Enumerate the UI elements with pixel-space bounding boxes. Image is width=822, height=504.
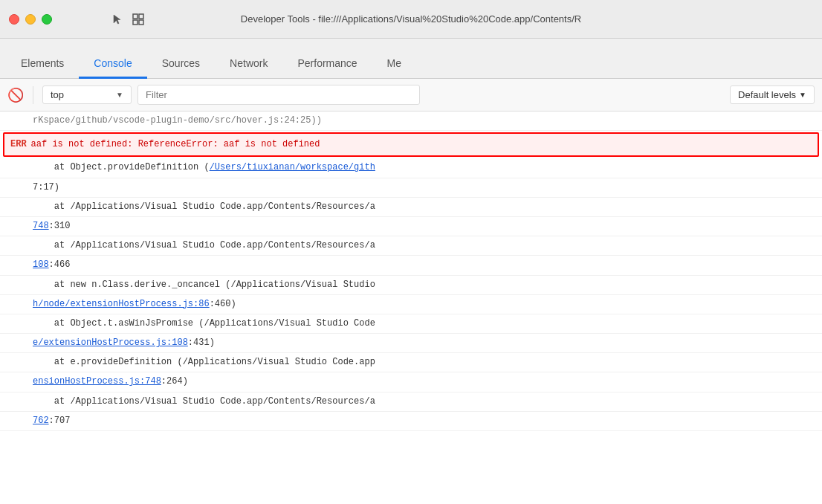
console-toolbar: 🚫 top ▼ Default levels ▼ <box>0 79 822 112</box>
stack-link[interactable]: 108 <box>33 259 49 270</box>
log-line: at /Applications/Visual Studio Code.app/… <box>0 236 822 256</box>
default-levels-dropdown[interactable]: Default levels ▼ <box>730 85 815 104</box>
stack-link[interactable]: 762 <box>33 416 49 426</box>
tab-bar: Elements Console Sources Network Perform… <box>0 39 822 79</box>
stack-link[interactable]: e/extensionHostProcess.js:108 <box>33 337 188 348</box>
svg-rect-0 <box>133 14 137 19</box>
console-content[interactable]: rKspace/github/vscode-plugin-demo/src/ho… <box>0 112 822 504</box>
log-line: 7:17) <box>0 178 822 198</box>
log-line: 108:466 <box>0 256 822 275</box>
devtools-main: Elements Console Sources Network Perform… <box>0 39 822 504</box>
log-line: at Object.provideDefinition (/Users/tiux… <box>0 158 822 178</box>
window-title: Developer Tools - file:///Applications/V… <box>241 13 581 25</box>
log-line: rKspace/github/vscode-plugin-demo/src/ho… <box>0 112 822 131</box>
clear-console-button[interactable]: 🚫 <box>7 87 24 103</box>
error-message: aaf is not defined: ReferenceError: aaf … <box>31 138 320 152</box>
log-line: h/node/extensionHostProcess.js:86:460) <box>0 295 822 314</box>
stack-link[interactable]: h/node/extensionHostProcess.js:86 <box>33 299 210 309</box>
close-button[interactable] <box>9 14 19 25</box>
tab-network[interactable]: Network <box>215 50 282 79</box>
context-value: top <box>51 89 64 100</box>
default-levels-label: Default levels <box>738 89 796 100</box>
default-levels-arrow: ▼ <box>799 91 806 99</box>
tab-elements[interactable]: Elements <box>6 50 79 79</box>
log-line: at /Applications/Visual Studio Code.app/… <box>0 392 822 412</box>
log-line: 748:310 <box>0 217 822 236</box>
log-line: 762:707 <box>0 412 822 431</box>
log-line: ensionHostProcess.js:748:264) <box>0 372 822 392</box>
title-bar: Developer Tools - file:///Applications/V… <box>0 0 822 39</box>
traffic-lights <box>9 14 52 25</box>
maximize-button[interactable] <box>42 14 52 25</box>
stack-link[interactable]: /Users/tiuxianan/workspace/gith <box>210 162 375 172</box>
log-line: at /Applications/Visual Studio Code.app/… <box>0 198 822 217</box>
log-line: at new n.Class.derive._oncancel (/Applic… <box>0 276 822 295</box>
error-highlighted-line: ERR aaf is not defined: ReferenceError: … <box>3 132 819 157</box>
svg-rect-2 <box>133 20 137 25</box>
error-badge: ERR <box>10 138 27 152</box>
log-line: e/extensionHostProcess.js:108:431) <box>0 334 822 353</box>
context-dropdown-arrow: ▼ <box>116 91 123 99</box>
tab-performance[interactable]: Performance <box>282 50 372 79</box>
console-log-area: rKspace/github/vscode-plugin-demo/src/ho… <box>0 112 822 431</box>
cursor-icon[interactable] <box>109 10 126 28</box>
inspect-icon[interactable] <box>129 10 147 28</box>
stack-link[interactable]: 748 <box>33 221 49 231</box>
svg-rect-1 <box>139 14 143 19</box>
minimize-button[interactable] <box>25 14 36 25</box>
context-selector[interactable]: top ▼ <box>42 85 132 104</box>
stack-link[interactable]: ensionHostProcess.js:748 <box>33 376 161 387</box>
log-line: at e.provideDefinition (/Applications/Vi… <box>0 353 822 372</box>
tab-more[interactable]: Me <box>372 50 416 79</box>
devtools-action-icons <box>109 10 147 28</box>
tab-sources[interactable]: Sources <box>147 50 215 79</box>
toolbar-divider <box>33 86 33 104</box>
svg-rect-3 <box>139 20 143 25</box>
log-line: at Object.t.asWinJsPromise (/Application… <box>0 314 822 334</box>
tab-console[interactable]: Console <box>79 50 146 79</box>
filter-input[interactable] <box>137 85 420 105</box>
